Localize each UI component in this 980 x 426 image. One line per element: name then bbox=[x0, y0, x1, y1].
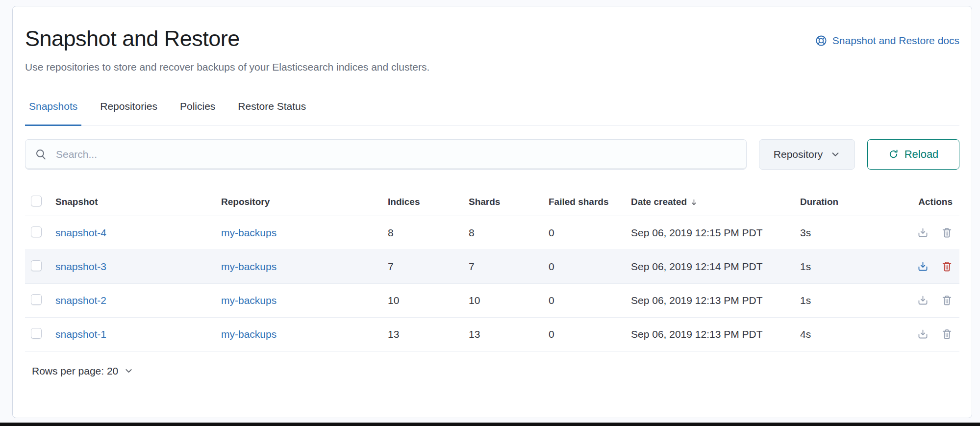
date-created-cell: Sep 06, 2019 12:13 PM PDT bbox=[624, 317, 793, 351]
failed-shards-cell: 0 bbox=[542, 250, 624, 283]
date-created-cell: Sep 06, 2019 12:14 PM PDT bbox=[624, 250, 793, 283]
repository-link[interactable]: my-backups bbox=[221, 227, 276, 238]
restore-snapshot-button[interactable] bbox=[917, 295, 929, 306]
docs-link[interactable]: Snapshot and Restore docs bbox=[815, 35, 959, 47]
search-input[interactable] bbox=[55, 148, 736, 161]
shards-cell: 10 bbox=[462, 283, 542, 317]
page-header: Snapshot and Restore Snapshot and Restor… bbox=[25, 21, 959, 51]
trash-icon bbox=[941, 261, 953, 272]
delete-snapshot-button[interactable] bbox=[941, 328, 953, 340]
restore-snapshot-button[interactable] bbox=[917, 328, 929, 340]
column-header-date-created[interactable]: Date created bbox=[624, 196, 793, 216]
repository-filter-label: Repository bbox=[774, 149, 823, 160]
column-header-failed-shards[interactable]: Failed shards bbox=[542, 196, 624, 216]
duration-cell: 4s bbox=[793, 317, 902, 351]
download-tray-icon bbox=[917, 328, 929, 340]
toolbar: Repository Reload bbox=[25, 139, 959, 170]
column-header-snapshot[interactable]: Snapshot bbox=[49, 196, 214, 216]
table-footer: Rows per page: 20 bbox=[25, 365, 959, 377]
snapshot-link[interactable]: snapshot-2 bbox=[55, 295, 106, 306]
duration-cell: 3s bbox=[793, 216, 902, 250]
tab-bar: Snapshots Repositories Policies Restore … bbox=[25, 100, 959, 126]
restore-snapshot-button[interactable] bbox=[917, 261, 929, 272]
refresh-icon bbox=[888, 149, 899, 159]
restore-snapshot-button[interactable] bbox=[917, 227, 929, 238]
docs-link-label: Snapshot and Restore docs bbox=[832, 35, 959, 47]
column-header-repository[interactable]: Repository bbox=[214, 196, 381, 216]
trash-icon bbox=[941, 227, 953, 238]
trash-icon bbox=[941, 295, 953, 306]
table-row: snapshot-2 my-backups 10 10 0 Sep 06, 20… bbox=[25, 283, 959, 317]
chevron-down-icon bbox=[124, 366, 133, 376]
table-row: snapshot-1 my-backups 13 13 0 Sep 06, 20… bbox=[25, 317, 959, 351]
shards-cell: 13 bbox=[462, 317, 542, 351]
sort-descending-icon bbox=[690, 198, 698, 206]
row-checkbox[interactable] bbox=[31, 226, 42, 237]
window-bottom-edge bbox=[0, 423, 980, 426]
indices-cell: 13 bbox=[381, 317, 462, 351]
select-all-checkbox[interactable] bbox=[31, 196, 42, 206]
snapshots-table: Snapshot Repository Indices Shards Faile… bbox=[25, 196, 959, 351]
row-checkbox[interactable] bbox=[31, 294, 42, 305]
failed-shards-cell: 0 bbox=[542, 283, 624, 317]
download-tray-icon bbox=[917, 227, 929, 238]
tab-snapshots[interactable]: Snapshots bbox=[25, 100, 81, 126]
page-title: Snapshot and Restore bbox=[25, 26, 240, 51]
repository-filter-button[interactable]: Repository bbox=[759, 139, 855, 170]
column-header-duration[interactable]: Duration bbox=[793, 196, 902, 216]
row-checkbox[interactable] bbox=[31, 260, 42, 271]
delete-snapshot-button[interactable] bbox=[941, 261, 953, 272]
trash-icon bbox=[941, 328, 953, 340]
table-row: snapshot-3 my-backups 7 7 0 Sep 06, 2019… bbox=[25, 250, 959, 283]
delete-snapshot-button[interactable] bbox=[941, 295, 953, 306]
snapshot-link[interactable]: snapshot-4 bbox=[55, 227, 106, 238]
rows-per-page-label: Rows per page: 20 bbox=[32, 365, 118, 377]
repository-link[interactable]: my-backups bbox=[221, 295, 276, 306]
column-header-actions: Actions bbox=[902, 196, 959, 216]
failed-shards-cell: 0 bbox=[542, 216, 624, 250]
shards-cell: 7 bbox=[462, 250, 542, 283]
tab-repositories[interactable]: Repositories bbox=[96, 100, 161, 126]
reload-button-label: Reload bbox=[905, 148, 939, 161]
row-checkbox[interactable] bbox=[31, 328, 42, 339]
date-created-cell: Sep 06, 2019 12:15 PM PDT bbox=[624, 216, 793, 250]
date-created-cell: Sep 06, 2019 12:13 PM PDT bbox=[624, 283, 793, 317]
help-icon bbox=[815, 35, 827, 47]
search-input-wrapper bbox=[25, 139, 747, 170]
rows-per-page-button[interactable]: Rows per page: 20 bbox=[25, 365, 133, 377]
duration-cell: 1s bbox=[793, 283, 902, 317]
table-header-row: Snapshot Repository Indices Shards Faile… bbox=[25, 196, 959, 216]
failed-shards-cell: 0 bbox=[542, 317, 624, 351]
reload-button[interactable]: Reload bbox=[867, 139, 959, 170]
download-tray-icon bbox=[917, 295, 929, 306]
tab-policies[interactable]: Policies bbox=[176, 100, 219, 126]
repository-link[interactable]: my-backups bbox=[221, 328, 276, 340]
indices-cell: 10 bbox=[381, 283, 462, 317]
duration-cell: 1s bbox=[793, 250, 902, 283]
column-header-indices[interactable]: Indices bbox=[381, 196, 462, 216]
search-icon bbox=[35, 149, 47, 160]
tab-restore-status[interactable]: Restore Status bbox=[234, 100, 310, 126]
page-subtitle: Use repositories to store and recover ba… bbox=[25, 61, 959, 73]
shards-cell: 8 bbox=[462, 216, 542, 250]
snapshot-link[interactable]: snapshot-3 bbox=[55, 261, 106, 272]
chevron-down-icon bbox=[830, 150, 840, 159]
indices-cell: 8 bbox=[381, 216, 462, 250]
repository-link[interactable]: my-backups bbox=[221, 261, 276, 272]
delete-snapshot-button[interactable] bbox=[941, 227, 953, 238]
table-row: snapshot-4 my-backups 8 8 0 Sep 06, 2019… bbox=[25, 216, 959, 250]
snapshot-link[interactable]: snapshot-1 bbox=[55, 328, 106, 340]
snapshot-restore-panel: Snapshot and Restore Snapshot and Restor… bbox=[12, 6, 972, 418]
download-tray-icon bbox=[917, 261, 929, 272]
column-header-shards[interactable]: Shards bbox=[462, 196, 542, 216]
indices-cell: 7 bbox=[381, 250, 462, 283]
